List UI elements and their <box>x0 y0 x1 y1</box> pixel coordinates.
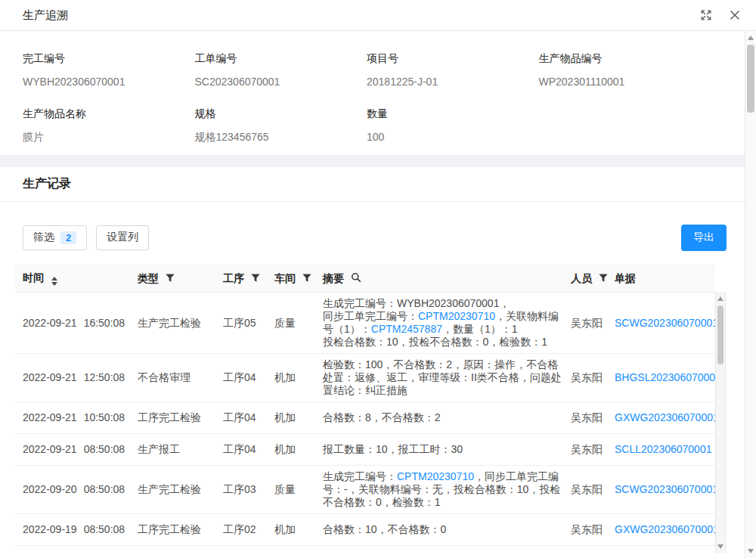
cell-process: 工序04 <box>223 402 274 434</box>
modal-title: 生产追溯 <box>23 8 68 23</box>
cell-person: 吴东阳 <box>571 402 615 434</box>
column-header-workshop[interactable]: 车间 <box>274 265 323 293</box>
table-scrollbar-thumb[interactable] <box>717 305 723 364</box>
doc-link[interactable]: GXWG202306070001 <box>615 411 715 423</box>
table-row: 2022-09-2108:50:08生产报工工序04机加报工数量：10，报工工时… <box>15 434 715 466</box>
page-scrollbar[interactable] <box>745 31 756 558</box>
doc-link[interactable]: SCWG202306070001 <box>615 317 715 329</box>
records-table-body: 2022-09-2116:50:08生产完工检验工序05质量生成完工编号：WYB… <box>15 293 715 556</box>
field-value: 膜片 <box>23 131 195 144</box>
cell-time: 2022-09-2108:50:08 <box>15 434 138 466</box>
cell-summary: 合格数：8，不合格数：2 <box>323 402 571 434</box>
filter-icon[interactable] <box>251 273 260 285</box>
sort-icon[interactable] <box>51 277 57 286</box>
export-button-label: 导出 <box>693 231 714 244</box>
field-label: 完工编号 <box>23 52 195 66</box>
cell-doc: BHGSL202306070001 <box>615 354 715 402</box>
cell-time: 2022-09-2110:50:08 <box>15 402 138 434</box>
export-button[interactable]: 导出 <box>681 225 727 251</box>
cell-type: 工序完工检验 <box>138 402 223 434</box>
cell-process: 工序01 <box>223 546 274 556</box>
scroll-down-icon[interactable] <box>745 546 756 556</box>
records-toolbar: 筛选 2 设置列 导出 <box>0 225 745 250</box>
cell-summary: 检验数：100，不合格数：2，原因：操作，不合格处置：返修、返工，审理等级：II… <box>323 354 571 402</box>
table-row: 2022-09-2110:50:08工序完工检验工序04机加合格数：8，不合格数… <box>15 402 715 434</box>
cell-doc: GXWG202306070001 <box>615 514 715 546</box>
field-value: SC202306070001 <box>195 76 367 88</box>
field-value: 100 <box>367 131 539 143</box>
set-columns-button[interactable]: 设置列 <box>96 225 149 250</box>
modal-titlebar: 生产追溯 <box>0 0 756 31</box>
cell-summary: 合格数：10，不合格数：0 <box>323 514 571 546</box>
cell-type: 生产报工 <box>138 546 223 556</box>
field-label: 工单编号 <box>195 52 367 66</box>
scroll-up-icon[interactable] <box>716 293 725 304</box>
field-value: WYBH202306070001 <box>23 76 195 88</box>
doc-link[interactable]: SCLL202306070001 <box>615 443 711 455</box>
cell-doc: SCWG202306070001 <box>615 293 715 354</box>
cell-type: 不合格审理 <box>138 354 223 402</box>
table-header-row: 时间 类型 工序 <box>15 265 715 293</box>
doc-link[interactable]: BHGSL202306070001 <box>615 371 715 383</box>
info-field: 数量 100 <box>367 107 539 144</box>
table-row: 2022-09-1908:50:08工序完工检验工序02机加合格数：10，不合格… <box>15 514 715 546</box>
doc-link[interactable]: SCWG202306070001 <box>615 483 715 495</box>
field-label: 生产物品名称 <box>23 107 195 121</box>
info-field: 完工编号 WYBH202306070001 <box>23 52 195 88</box>
cell-type: 工序完工检验 <box>138 514 223 546</box>
summary-link[interactable]: CPTM2457887 <box>371 323 442 335</box>
filter-icon[interactable] <box>166 273 175 285</box>
summary-link[interactable]: CPTM20230710 <box>418 310 495 322</box>
column-label-type: 类型 <box>138 272 159 284</box>
cell-person: 吴东阳 <box>571 434 615 466</box>
table-row: 2022-09-2008:50:08生产完工检验工序03质量生成完工编号：CPT… <box>15 466 715 514</box>
field-value: 20181225-J-01 <box>367 76 539 88</box>
cell-person: 吴东阳 <box>571 354 615 402</box>
production-trace-modal: 生产追溯 完工编号 WYBH202306070001 工 <box>0 0 745 558</box>
fullscreen-icon[interactable] <box>700 9 712 21</box>
cell-workshop: 质量 <box>274 293 323 354</box>
cell-time: 2022-09-1908:50:08 <box>15 514 138 546</box>
column-label-workshop: 车间 <box>274 272 296 284</box>
column-header-type[interactable]: 类型 <box>138 265 223 293</box>
table-scrollbar[interactable] <box>715 292 726 553</box>
column-header-time[interactable]: 时间 <box>15 265 138 293</box>
table-row: 2022-09-2116:50:08生产完工检验工序05质量生成完工编号：WYB… <box>15 293 715 354</box>
filter-icon[interactable] <box>599 273 608 285</box>
column-label-doc: 单据 <box>615 272 636 284</box>
cell-summary: 生成完工编号：WYBH202306070001，同步工单完工编号：CPTM202… <box>323 293 571 354</box>
column-header-process[interactable]: 工序 <box>223 265 274 293</box>
column-header-person[interactable]: 人员 <box>571 265 615 293</box>
filter-button[interactable]: 筛选 2 <box>23 225 87 250</box>
cell-process: 工序05 <box>223 293 274 354</box>
cell-person: 吴东阳 <box>571 546 615 556</box>
table-row: 2022-09-1808:50:08生产报工工序01机加报工数量：10，报工工时… <box>15 546 715 556</box>
column-header-summary[interactable]: 摘要 <box>323 265 571 293</box>
field-label: 规格 <box>195 107 367 121</box>
cell-summary: 生成完工编号：CPTM20230710，同步工单完工编号：-，关联物料编号：无，… <box>323 466 571 514</box>
cell-doc: SCLL202306070002 <box>615 546 715 556</box>
cell-workshop: 机加 <box>274 402 323 434</box>
cell-process: 工序04 <box>223 354 274 402</box>
doc-link[interactable]: GXWG202306070001 <box>615 523 715 535</box>
cell-person: 吴东阳 <box>571 514 615 546</box>
cell-type: 生产完工检验 <box>138 293 223 354</box>
info-field: 项目号 20181225-J-01 <box>367 52 539 88</box>
cell-time: 2022-09-2008:50:08 <box>15 466 138 514</box>
cell-summary: 报工数量：10，报工工时：30 <box>323 434 571 466</box>
cell-workshop: 机加 <box>274 354 323 402</box>
close-icon[interactable] <box>729 9 741 21</box>
info-field: 规格 规格123456765 <box>195 107 367 144</box>
cell-person: 吴东阳 <box>571 466 615 514</box>
filter-icon[interactable] <box>302 273 311 285</box>
page-scrollbar-thumb[interactable] <box>747 45 754 113</box>
summary-link[interactable]: CPTM20230710 <box>397 470 474 482</box>
search-icon[interactable] <box>351 272 361 285</box>
table-row: 2022-09-2112:50:08不合格审理工序04机加检验数：100，不合格… <box>15 354 715 402</box>
field-value: 规格123456765 <box>195 131 367 144</box>
scroll-up-icon[interactable] <box>745 33 756 43</box>
cell-time: 2022-09-2112:50:08 <box>15 354 138 402</box>
scroll-down-icon[interactable] <box>716 541 725 552</box>
cell-workshop: 机加 <box>274 514 323 546</box>
field-label: 数量 <box>367 107 539 121</box>
